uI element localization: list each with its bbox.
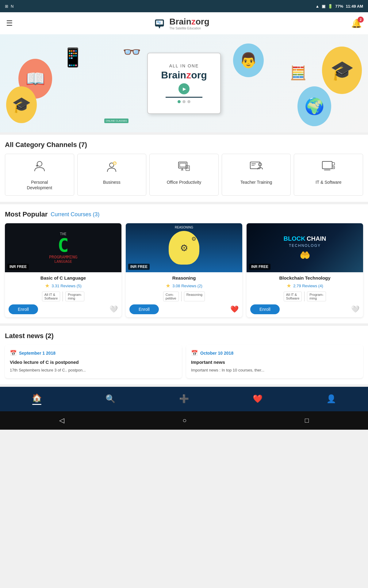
c-lang-tag-1: All IT &Software <box>42 292 60 301</box>
svg-rect-25 <box>332 163 335 165</box>
teacher-training-icon <box>249 159 264 176</box>
hero-deco-phone: 📱 <box>61 47 84 68</box>
svg-line-8 <box>113 163 115 163</box>
news-card-2[interactable]: 📅 October 10 2018 Important news Importa… <box>186 345 363 378</box>
nav-home[interactable]: 🏠 <box>26 391 48 407</box>
c-lang-language: LANGUAGE <box>54 259 72 264</box>
news-date-text-2: October 10 2018 <box>200 351 233 356</box>
profile-icon: 👤 <box>326 394 336 404</box>
hero-dots <box>178 100 190 103</box>
c-lang-enroll-btn[interactable]: Enroll <box>9 304 38 314</box>
hero-all-in-one: ALL IN ONE <box>169 63 199 68</box>
c-lang-star: ★ <box>45 282 50 289</box>
home-indicator <box>32 404 41 405</box>
reasoning-star: ★ <box>166 282 171 289</box>
svg-rect-1 <box>156 21 163 24</box>
category-it-software[interactable]: IT & Software <box>294 154 363 196</box>
category-teacher-training[interactable]: Teacher Training <box>222 154 291 196</box>
blockchain-tag-2: Program-ming <box>307 292 326 301</box>
hero-deco-glasses: 👓 <box>123 43 141 61</box>
logo-text: Brainzorg <box>169 17 209 27</box>
app-header: ☰ Brainzorg The Satellite Education 🔔 2 <box>0 12 368 34</box>
c-lang-price: INR FREE <box>7 264 29 270</box>
reasoning-body: Reasoning ★ 3.08 Reviews (2) Com-petitiv… <box>126 272 242 317</box>
blockchain-body: Blockchain Technology ★ 2.79 Reviews (4)… <box>247 272 363 317</box>
news-date-2: 📅 October 10 2018 <box>191 350 358 356</box>
hero-banner: 📖 🎓 📱 👓 👨 🎓 🌍 🧮 ALL IN ONE Brainzorg <box>0 34 368 132</box>
courses-grid: THE C PROGRAMMING LANGUAGE INR FREE Basi… <box>5 223 363 317</box>
hamburger-menu[interactable]: ☰ <box>6 19 13 28</box>
status-bar: ⊞ N ▲ ▣ 🔋 77% 11:49 AM <box>0 0 368 12</box>
course-card-reasoning: REASONING ⚙ ⚙ INR FREE Reasoning ★ 3.08 … <box>126 223 242 317</box>
android-recent-btn[interactable]: □ <box>305 417 309 424</box>
android-back-btn[interactable]: ◁ <box>59 417 64 424</box>
hero-brand: Brainzorg <box>161 70 207 81</box>
c-lang-heart[interactable]: 🤍 <box>109 305 118 313</box>
reasoning-reviews: 3.08 Reviews (2) <box>172 284 202 288</box>
blockchain-heart[interactable]: 🤍 <box>351 305 359 313</box>
c-lang-body: Basic of C Language ★ 3.31 Reviews (5) A… <box>5 272 121 317</box>
news-headline-1: Video lecture of C is postponed <box>10 360 177 365</box>
c-lang-programming: PROGRAMMING <box>49 254 78 259</box>
category-title: All Category Channels (7) <box>5 141 363 149</box>
hero-deco-calc: 🧮 <box>290 65 307 81</box>
c-lang-tag-2: Program-ming <box>65 292 84 301</box>
bell-badge: 2 <box>358 17 364 23</box>
nav-favorites[interactable]: ❤️ <box>247 392 269 406</box>
app-icon-1: ⊞ <box>5 4 8 9</box>
hero-deco-cap-right: 🎓 <box>322 47 362 94</box>
svg-point-28 <box>333 167 334 168</box>
battery-percentage: 77% <box>335 4 343 9</box>
c-lang-reviews: 3.31 Reviews (5) <box>52 284 82 288</box>
android-home-btn[interactable]: ○ <box>182 417 186 424</box>
reasoning-label-top: REASONING <box>175 226 193 229</box>
reasoning-gear2: ⚙ <box>191 236 196 242</box>
search-icon: 🔍 <box>105 394 115 404</box>
hero-play-button[interactable] <box>178 83 190 94</box>
nav-profile[interactable]: 👤 <box>320 392 342 406</box>
news-body-2: Important news : In top 10 courses, ther… <box>191 367 358 373</box>
course-img-wrap-blockchain: BLOCK CHAIN TECHNOLOGY 🤲 INR FREE <box>247 223 363 272</box>
nav-search[interactable]: 🔍 <box>99 392 121 406</box>
popular-title: Most Popular <box>5 210 48 218</box>
blockchain-actions: Enroll 🤍 <box>250 304 359 314</box>
reasoning-tags: Com-petitive Reasoning <box>129 292 239 301</box>
news-body-1: 17th Septembers lecture 3 of C.. postpon… <box>10 367 177 373</box>
reasoning-tag-1: Com-petitive <box>163 292 179 301</box>
logo-icon <box>155 17 167 29</box>
category-personal-dev[interactable]: PersonalDevelopment <box>5 154 74 196</box>
nav-add[interactable]: ➕ <box>173 392 195 406</box>
blockchain-text-tech: TECHNOLOGY <box>289 243 321 248</box>
add-icon: ➕ <box>179 394 189 404</box>
news-calendar-icon-1: 📅 <box>10 350 17 356</box>
battery-icon: 🔋 <box>328 4 333 9</box>
course-card-c-language: THE C PROGRAMMING LANGUAGE INR FREE Basi… <box>5 223 121 317</box>
reasoning-tag-divider <box>181 292 182 301</box>
blockchain-tag-1: All IT &Software <box>284 292 302 301</box>
it-software-icon <box>321 159 336 176</box>
blockchain-enroll-btn[interactable]: Enroll <box>250 304 280 314</box>
status-right-info: ▲ ▣ 🔋 77% 11:49 AM <box>315 4 363 9</box>
blockchain-hand-icon: 🤲 <box>300 250 310 260</box>
category-grid: PersonalDevelopment Business Office Prod… <box>5 154 363 196</box>
reasoning-gear1: ⚙ <box>180 243 188 253</box>
reasoning-actions: Enroll ❤️ <box>129 304 239 314</box>
status-left-icons: ⊞ N <box>5 4 13 9</box>
reasoning-enroll-btn[interactable]: Enroll <box>129 304 159 314</box>
news-card-1[interactable]: 📅 September 1 2018 Video lecture of C is… <box>5 345 182 378</box>
news-calendar-icon-2: 📅 <box>191 350 198 356</box>
svg-rect-23 <box>322 161 332 169</box>
main-content: All Category Channels (7) PersonalDevelo… <box>0 135 368 384</box>
personal-dev-label: PersonalDevelopment <box>27 179 52 190</box>
blockchain-reviews: 2.79 Reviews (4) <box>293 284 323 288</box>
news-date-text-1: September 1 2018 <box>19 351 56 356</box>
category-office-productivity[interactable]: Office Productivity <box>149 154 219 196</box>
android-nav: ◁ ○ □ <box>0 411 368 430</box>
course-img-wrap-reasoning: REASONING ⚙ ⚙ INR FREE <box>126 223 242 272</box>
notification-bell-wrapper[interactable]: 🔔 2 <box>351 18 362 28</box>
hero-deco-globe: 🌍 <box>297 86 331 126</box>
category-business[interactable]: Business <box>77 154 147 196</box>
blockchain-text-chain: CHAIN <box>307 235 326 242</box>
reasoning-heart[interactable]: ❤️ <box>230 305 239 313</box>
news-headline-2: Important news <box>191 360 358 365</box>
